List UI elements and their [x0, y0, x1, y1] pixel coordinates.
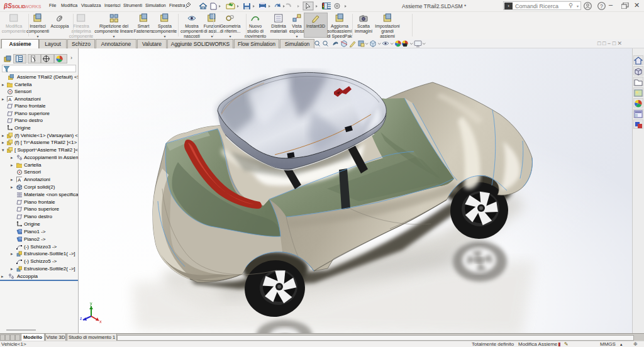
svg-text:SOLID: SOLID: [12, 4, 25, 9]
svg-text:A: A: [18, 177, 21, 182]
svg-text:?: ?: [600, 3, 603, 9]
svg-text:z: z: [80, 316, 82, 321]
svg-text:y: y: [90, 301, 92, 306]
svg-text:A: A: [8, 97, 12, 102]
svg-text:x: x: [99, 319, 102, 324]
svg-text:WORKS: WORKS: [25, 4, 42, 9]
svg-text:βS: βS: [4, 3, 12, 9]
